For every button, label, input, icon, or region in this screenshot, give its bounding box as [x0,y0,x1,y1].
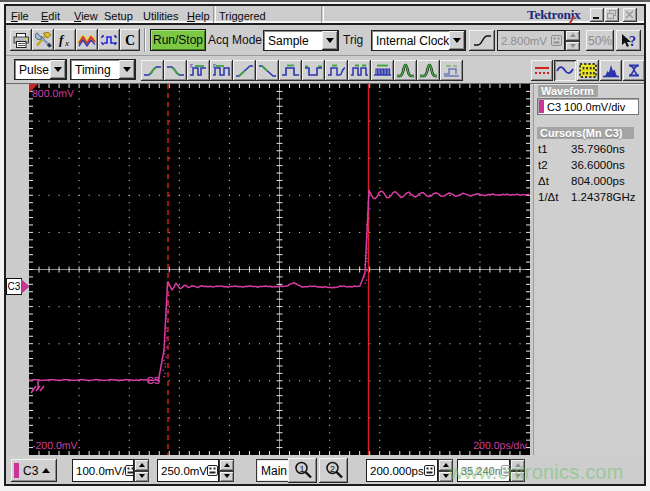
waveform-database-button[interactable] [76,29,98,51]
magnifier-2-icon: 2 [324,461,344,480]
menu-setup[interactable]: Setup [104,10,133,22]
print-icon [13,33,30,48]
chevron-down-icon[interactable] [322,31,338,50]
display-dots-mode-button[interactable] [531,60,553,81]
triangle-down-icon [443,474,449,478]
close-icon [625,10,635,20]
measure-ramp-rise-icon [235,64,254,78]
trace-c3-label: C3 [147,375,161,387]
chevron-up-icon [42,468,50,473]
menu-view[interactable]: View [74,10,98,22]
v-bottom-label: -200.0mV [32,440,78,452]
vertical-offset-spinner[interactable] [219,459,234,482]
waveform-list[interactable]: C3 100.0mV/div [537,98,639,115]
acq-mode-select[interactable]: Sample [263,30,339,51]
autoset-button[interactable] [98,29,120,51]
cursors-header: Cursors(Mn C3) [537,127,634,139]
display-dots-mode-icon [533,63,551,78]
math-fx-button[interactable]: fx [54,29,76,51]
measure-pulse-train-icon [350,63,369,78]
close-button[interactable] [623,8,637,22]
chevron-down-icon[interactable] [119,60,135,79]
triangle-down-icon [54,67,62,72]
zoom-1-button[interactable]: 1 [288,458,317,483]
menubar-separator [213,6,216,23]
context-help-icon: ? [620,33,638,49]
chevron-down-icon[interactable] [50,60,66,79]
vertical-offset-field[interactable]: 250.0mV [157,459,219,482]
measure-pulse-f-button[interactable]: F [210,60,233,81]
vertical-scale-field[interactable]: 100.0mV/ [72,459,134,482]
measure-burst-icon [373,63,392,78]
measure-pulse-rise-pair-icon [327,63,346,78]
triangle-up-icon [224,463,230,467]
display-eye-diagram-icon [625,63,643,78]
menu-file[interactable]: File [11,10,29,22]
svg-text:2: 2 [330,464,335,474]
spin-up-button[interactable] [134,459,149,471]
triangle-up-icon [443,463,449,467]
channel-c-button[interactable]: C [120,29,140,51]
display-color-grade-icon [579,63,597,78]
timing-select[interactable]: Timing [70,59,136,80]
spin-down-button[interactable] [219,471,234,483]
readout-inverse-delta-t: 1/Δt1.24378GHz [538,191,642,207]
zoom-2-button[interactable]: 2 [319,458,348,483]
vertical-scale-spinner[interactable] [134,459,149,482]
measure-positive-pulse-button[interactable] [279,60,302,81]
measure-ramp-fall-button[interactable] [256,60,279,81]
context-help-button[interactable]: ? [616,30,641,51]
measure-rise-smooth-button[interactable] [141,60,164,81]
waveform-icon [78,33,96,48]
channel-c3-marker[interactable]: C3 [6,278,31,295]
spin-down-button[interactable] [565,41,580,52]
v-top-label: 800.0mV [32,88,74,100]
measure-pulse-r-button[interactable]: F [187,60,210,81]
field-value: 200.000ps [370,465,424,477]
trig-label: Trig [343,33,363,47]
menu-utilities[interactable]: Utilities [143,10,178,22]
trigger-source-select[interactable]: Internal Clock [371,30,466,51]
waveform-header: Waveform [538,85,598,97]
spin-down-button[interactable] [134,471,149,483]
display-vector-mode-button[interactable] [554,60,576,81]
svg-text:1: 1 [299,464,304,474]
display-eye-diagram-button[interactable] [623,60,645,81]
channel-select-button[interactable]: C3 [11,459,57,482]
spin-up-button[interactable] [219,459,234,471]
trigger-status: Triggered [219,10,266,22]
measure-pulse-f-icon: F [212,63,231,78]
triangle-down-icon [326,38,334,43]
horizontal-scale-field[interactable]: 200.000ps [366,459,438,482]
measure-negative-pulse-button[interactable] [302,60,325,81]
spin-up-button[interactable] [565,30,580,41]
measure-gaussian-button[interactable] [394,60,417,81]
menu-edit[interactable]: Edit [41,10,60,22]
restore-button[interactable] [605,8,619,22]
chevron-down-icon[interactable] [449,31,465,50]
readout-t1: t135.7960ns [538,143,642,159]
measure-ramp-rise-button[interactable] [233,60,256,81]
print-button[interactable] [10,29,32,51]
run-stop-button[interactable]: Run/Stop [150,29,206,51]
measure-burst-button[interactable] [371,60,394,81]
trigger-slope-button[interactable] [469,30,495,51]
minimize-button[interactable] [590,8,604,22]
measure-pulse-rise-pair-button[interactable] [325,60,348,81]
display-histogram-mode-button[interactable] [600,60,622,81]
utilities-tools-button[interactable] [32,29,54,51]
menu-help[interactable]: Help [187,10,210,22]
measure-fall-smooth-button[interactable] [164,60,187,81]
timebase-main-box[interactable]: Main [256,459,290,482]
channel-arrow-icon [21,278,30,295]
pulse-select[interactable]: Pulse [14,59,67,80]
svg-text:?: ? [629,34,636,49]
display-color-grade-button[interactable] [577,60,599,81]
screen-top-edge [0,0,650,2]
measure-fall-smooth-icon [166,64,185,78]
keypad-icon [207,465,218,476]
measure-pulse-train-button[interactable] [348,60,371,81]
svg-text:C: C [125,33,135,48]
measure-gaussian-cursor-button[interactable] [417,60,440,81]
set-level-50-button: 50% [586,30,614,51]
